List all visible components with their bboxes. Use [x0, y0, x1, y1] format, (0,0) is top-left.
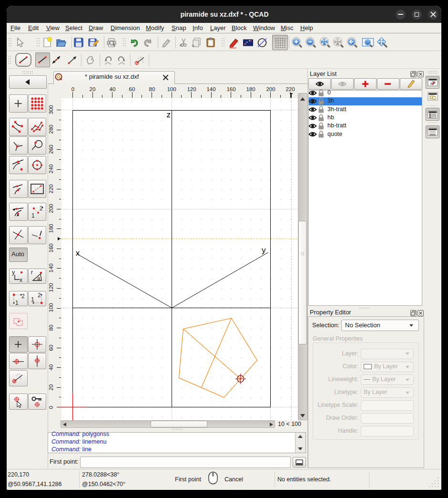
svg-text:x: x: [76, 249, 80, 258]
svg-text:y: y: [262, 246, 266, 255]
